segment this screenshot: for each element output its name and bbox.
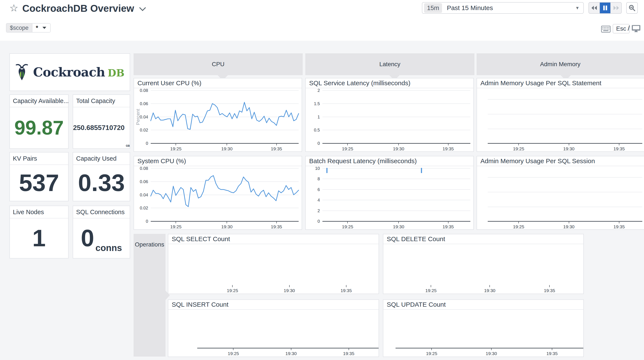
chart-title: SQL SELECT Count: [168, 234, 378, 244]
y-tick-label: 1: [318, 114, 320, 119]
chart-plot: Percent0.080.060.040.02019:2519:3019:35: [134, 88, 302, 151]
gridline: [322, 90, 470, 91]
x-axis-line: [396, 348, 583, 349]
favorite-star-icon[interactable]: ☆: [10, 3, 18, 13]
time-dropdown-arrow-icon: ▼: [575, 5, 580, 10]
y-tick-label: 0.08: [140, 88, 148, 93]
chart-plot: 19:2519:3019:35: [477, 166, 644, 229]
stat-unit: conns: [96, 243, 122, 253]
scope-value-select[interactable]: *: [32, 23, 50, 32]
chart-plot: 19:2519:3019:35: [383, 309, 583, 357]
x-tick-mark: [398, 221, 399, 223]
stat-title: KV Pairs: [10, 152, 68, 165]
y-tick-label: 0: [318, 141, 320, 146]
x-tick-mark: [346, 285, 346, 287]
x-tick-label: 19:30: [393, 224, 404, 229]
group-header-operations[interactable]: Operations: [134, 234, 166, 357]
gridline: [488, 129, 642, 129]
chart-plot: 108642019:2519:3019:35: [306, 166, 473, 229]
group-label: Latency: [379, 61, 400, 68]
gridline: [322, 211, 470, 211]
x-tick-label: 19:30: [221, 224, 232, 229]
pause-icon: [603, 5, 608, 11]
chart-title: SQL DELETE Count: [383, 234, 583, 244]
x-tick-mark: [291, 348, 291, 350]
x-axis-line: [197, 348, 378, 349]
tv-mode-icon[interactable]: [632, 25, 640, 33]
y-tick-label: 0.5: [314, 128, 320, 133]
stat-card-capacity-available: Capacity Available... 99.87: [10, 94, 68, 149]
logo-word: Cockroach: [33, 65, 105, 79]
zoom-out-icon: [628, 4, 636, 11]
chart-sql-delete-count: SQL DELETE Count19:2519:3019:35: [383, 234, 584, 294]
group-label: Admin Memory: [540, 61, 580, 68]
x-tick-mark: [569, 221, 569, 223]
select-caret-icon: [42, 26, 47, 29]
stat-value: 250.6855710720: [73, 124, 124, 132]
x-tick-label: 19:25: [342, 224, 353, 229]
x-tick-mark: [232, 285, 232, 287]
chart-draw-area: Percent0.080.060.040.02019:2519:3019:35: [151, 90, 299, 143]
x-tick-label: 19:35: [614, 224, 625, 229]
stat-title: SQL Connections: [73, 206, 130, 218]
gridline: [322, 168, 470, 169]
group-header-latency[interactable]: Latency: [305, 53, 474, 75]
fast-forward-button[interactable]: [610, 2, 621, 13]
rewind-button[interactable]: [589, 2, 600, 13]
x-tick-mark: [448, 221, 448, 223]
chart-plot: 19:2519:3019:35: [477, 88, 644, 151]
gridline: [488, 114, 642, 114]
y-tick-label: 8: [318, 176, 320, 181]
cockroach-logo-icon: [15, 63, 29, 81]
stat-card-live-nodes: Live Nodes 1: [10, 206, 68, 259]
esc-button[interactable]: Esc: [613, 24, 630, 33]
gridline: [488, 207, 642, 207]
gridline: [488, 177, 642, 178]
chart-admin-memory-session: Admin Memory Usage Per SQL Session19:251…: [476, 156, 644, 230]
x-tick-label: 19:30: [563, 224, 574, 229]
x-tick-label: 19:30: [484, 288, 496, 293]
x-tick-label: 19:25: [228, 351, 239, 356]
logo-suffix: DB: [108, 67, 124, 79]
stat-value: 99.87: [14, 116, 64, 139]
x-tick-mark: [276, 143, 277, 145]
x-tick-mark: [448, 143, 448, 145]
series-line: [151, 168, 299, 221]
group-header-admin-memory[interactable]: Admin Memory: [476, 53, 644, 75]
chart-system-cpu: System CPU (%)0.080.060.040.02019:2519:3…: [134, 156, 302, 230]
keyboard-shortcuts-icon[interactable]: [601, 26, 610, 32]
stat-card-total-capacity: Total Capacity 250.6855710720GB: [73, 94, 130, 149]
x-tick-label: 19:25: [227, 288, 238, 293]
group-label: CPU: [212, 61, 224, 68]
series-line: [151, 90, 299, 143]
chart-draw-area: 21.510.5019:2519:3019:35: [322, 90, 470, 143]
x-tick-label: 19:30: [563, 146, 574, 151]
y-tick-label: 0.08: [140, 166, 148, 171]
y-tick-label: 0.06: [140, 101, 148, 106]
x-tick-mark: [347, 221, 348, 223]
y-tick-label: 0.02: [140, 206, 148, 211]
x-tick-mark: [233, 348, 234, 350]
x-tick-mark: [226, 221, 227, 223]
pause-button[interactable]: [600, 2, 610, 13]
group-header-cpu[interactable]: CPU: [134, 53, 303, 75]
x-tick-mark: [289, 285, 290, 287]
template-variable-scope[interactable]: $scope *: [6, 23, 50, 32]
time-range-picker[interactable]: 15m Past 15 Minutes ▼: [422, 2, 584, 14]
y-tick-label: 0.06: [140, 179, 148, 184]
x-tick-mark: [549, 285, 550, 287]
stat-card-kv-pairs: KV Pairs 537: [10, 152, 68, 201]
y-tick-label: 10: [315, 166, 320, 171]
x-tick-label: 19:30: [221, 146, 232, 151]
x-tick-mark: [431, 285, 431, 287]
x-tick-label: 19:30: [285, 351, 297, 356]
chart-title: SQL Service Latency (milliseconds): [306, 78, 473, 88]
x-tick-label: 19:25: [342, 146, 353, 151]
y-tick-label: 4: [318, 198, 320, 203]
x-tick-label: 19:25: [170, 146, 182, 151]
zoom-out-button[interactable]: [626, 2, 638, 14]
title-chevron-down-icon[interactable]: [139, 6, 146, 11]
chart-sql-service-latency: SQL Service Latency (milliseconds)21.510…: [305, 78, 474, 152]
y-tick-label: 2: [318, 208, 320, 213]
chart-plot: 19:2519:3019:35: [168, 309, 378, 357]
